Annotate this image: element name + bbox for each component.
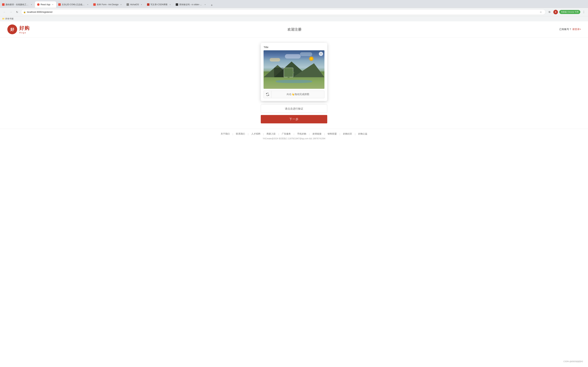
tab-7-close[interactable]: ×: [204, 3, 207, 6]
refresh-button[interactable]: ↻: [15, 10, 20, 15]
toolbar: ← → ↻ 🔒 localhost:3000/registered ☆ ⧉ X …: [0, 8, 588, 16]
split-view-button[interactable]: ⧉: [547, 10, 552, 15]
footer-links: 关于我们 | 联系我们 | 人才招聘 | 商家入驻 | 广告服务 | 手机好购 …: [3, 132, 585, 135]
tab-3-label: 京东(JD.COM)-正品低价…: [62, 3, 85, 6]
tab-6-label: 写文章-CSDN博客: [150, 3, 168, 6]
lock-icon: 🔒: [23, 11, 26, 13]
tab-1-favicon: [2, 3, 5, 6]
tab-5[interactable]: AlchatOS ×: [124, 1, 145, 8]
footer-link-mobile[interactable]: 手机好购: [297, 132, 306, 135]
tab-4[interactable]: 表单 Form - Ant Design ×: [91, 1, 124, 8]
refresh-icon: [266, 92, 269, 96]
tab-1[interactable]: 颜色吸管 - 在线颜色工具 -… ×: [0, 1, 35, 8]
tab-2[interactable]: React App ×: [35, 1, 56, 8]
address-text: localhost:3000/registered: [27, 11, 537, 13]
logo-text-area: 好购 Hogo: [19, 25, 30, 34]
tab-2-favicon: [37, 3, 40, 6]
page: 好 好购 Hogo 欢迎注册 已有账号？ 请登录> Title: [0, 21, 588, 367]
tab-6[interactable]: 写文章-CSDN博客 ×: [145, 1, 173, 8]
bookmarks-bar: 📁 所有书签: [0, 16, 588, 21]
logo-icon: 好: [7, 24, 17, 35]
next-step-button[interactable]: 下一步: [261, 115, 327, 123]
footer-link-ads[interactable]: 广告服务: [282, 132, 291, 135]
chrome-update-button[interactable]: 有新版 Chrome 可用: [559, 10, 580, 14]
footer-link-about[interactable]: 关于我们: [221, 132, 230, 135]
new-tab-button[interactable]: +: [209, 3, 214, 8]
tab-1-close[interactable]: ×: [30, 3, 33, 6]
already-account-text: 已有账号？: [559, 28, 571, 31]
cloud-3: [300, 52, 312, 56]
puzzle-piece[interactable]: [284, 68, 293, 77]
tab-4-favicon: [93, 3, 96, 6]
river: [276, 80, 312, 83]
tab-5-favicon: [127, 3, 129, 6]
site-header: 好 好购 Hogo 欢迎注册 已有账号？ 请登录>: [0, 21, 588, 38]
tab-6-close[interactable]: ×: [169, 3, 172, 6]
tab-5-close[interactable]: ×: [140, 3, 143, 6]
tab-2-label: React App: [41, 3, 50, 6]
svg-text:好: 好: [10, 27, 14, 32]
tab-1-label: 颜色吸管 - 在线颜色工具 -…: [6, 3, 29, 6]
tab-3[interactable]: 京东(JD.COM)-正品低价… ×: [56, 1, 91, 8]
site-footer: 关于我们 | 联系我们 | 人才招聘 | 商家入驻 | 广告服务 | 手机好购 …: [0, 129, 588, 144]
footer-link-friendly[interactable]: 友情链接: [312, 132, 321, 135]
header-login: 已有账号？ 请登录>: [559, 28, 581, 31]
footer-link-jobs[interactable]: 人才招聘: [251, 132, 260, 135]
browser-chrome: 颜色吸管 - 在线颜色工具 -… × React App × 京东(JD.COM…: [0, 0, 588, 21]
address-bar[interactable]: 🔒 localhost:3000/registered ☆: [21, 9, 546, 15]
tab-4-label: 表单 Form - Ant Design: [97, 3, 119, 6]
mountain-3: [293, 63, 324, 77]
footer-copyright: YhCreate@2024 联系我们 1187921847@qq.com && …: [3, 137, 585, 140]
captcha-popup: Title: [261, 43, 327, 101]
slider-bar[interactable]: 向右👆拖动完成拼图: [264, 91, 324, 98]
popup-title: Title: [264, 46, 324, 49]
footer-link-charity[interactable]: 好购公益: [358, 132, 367, 135]
cloud-1: [270, 58, 280, 61]
verify-button[interactable]: 请点击进行验证: [261, 105, 327, 113]
login-link[interactable]: 请登录>: [572, 28, 581, 31]
tab-6-favicon: [147, 3, 149, 6]
tab-4-close[interactable]: ×: [120, 3, 122, 6]
tab-bar: 颜色吸管 - 在线颜色工具 -… × React App × 京东(JD.COM…: [0, 0, 588, 8]
cloud-2: [285, 54, 301, 58]
mountains: [264, 62, 324, 77]
puzzle-notch-bottom: [287, 76, 290, 78]
tab-2-close[interactable]: ×: [51, 3, 54, 6]
browser-menu-button[interactable]: ⋮: [582, 10, 586, 14]
forward-button[interactable]: →: [9, 10, 13, 15]
slider-hint-text: 向右👆拖动完成拼图: [271, 93, 324, 96]
back-button[interactable]: ←: [2, 10, 7, 15]
footer-link-sales[interactable]: 销售联盟: [328, 132, 337, 135]
csdn-badge: CSDN @虾虾鱼版面42: [562, 359, 585, 364]
tab-3-close[interactable]: ×: [86, 3, 89, 6]
slider-refresh-button[interactable]: [264, 91, 271, 98]
tab-7[interactable]: 滑块验证码 - rc-slider-cap… ×: [173, 1, 209, 8]
captcha-close-button[interactable]: ×: [319, 52, 323, 56]
footer-link-contact[interactable]: 联系我们: [236, 132, 245, 135]
main-content: Title: [0, 38, 588, 129]
puzzle-image-area: ×: [264, 50, 324, 89]
header-title: 欢迎注册: [30, 27, 559, 32]
sun-glow: [309, 56, 314, 61]
tab-7-label: 滑块验证码 - rc-slider-cap…: [179, 3, 203, 6]
footer-link-community[interactable]: 好购社区: [343, 132, 352, 135]
puzzle-hole: [274, 68, 284, 77]
bookmarks-label: 📁 所有书签: [2, 17, 14, 20]
landscape-background: [264, 50, 324, 89]
footer-link-merchant[interactable]: 商家入驻: [267, 132, 276, 135]
tab-3-favicon: [58, 3, 61, 6]
slider-emoji: 👆: [292, 93, 294, 96]
logo-area: 好 好购 Hogo: [7, 24, 30, 35]
bookmark-star-button[interactable]: ☆: [538, 10, 543, 15]
tab-5-label: AlchatOS: [130, 3, 139, 6]
tab-7-favicon: [176, 3, 178, 6]
logo-main-text: 好购: [19, 25, 30, 32]
logo-sub-text: Hogo: [19, 32, 30, 34]
puzzle-notch-right: [292, 71, 294, 74]
profile-button[interactable]: X: [553, 10, 558, 14]
